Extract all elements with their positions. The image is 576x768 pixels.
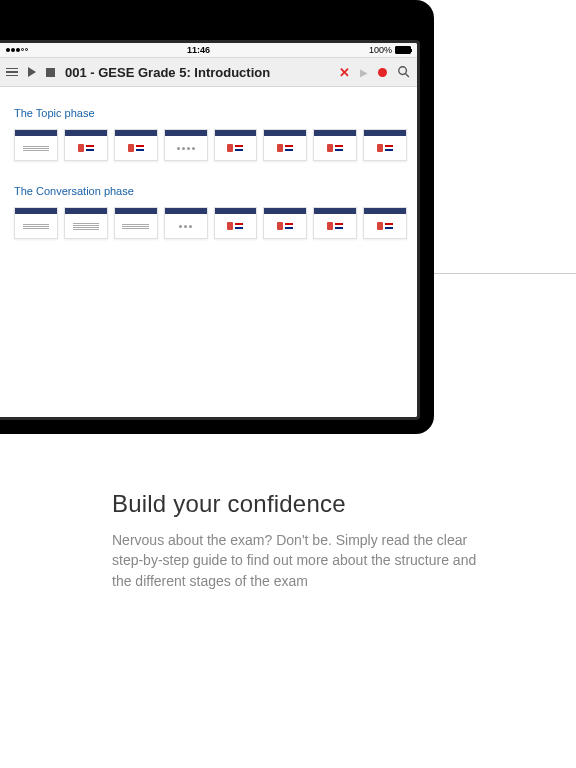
slide-thumbnail[interactable] <box>114 207 158 239</box>
svg-point-0 <box>399 67 407 75</box>
marketing-block: Build your confidence Nervous about the … <box>112 490 492 591</box>
menu-icon[interactable] <box>6 68 18 77</box>
play-small-icon[interactable]: ▶ <box>360 67 368 78</box>
tablet-frame: 11:46 100% 001 - GESE Grade 5: Introduct… <box>0 0 434 434</box>
battery-label: 100% <box>369 45 392 55</box>
slide-thumbnail[interactable] <box>363 129 407 161</box>
slide-thumbnail[interactable] <box>263 207 307 239</box>
thumb-row-topic <box>14 129 407 161</box>
content-area: The Topic phase The Conversation phase <box>0 87 417 417</box>
status-battery: 100% <box>369 45 411 55</box>
thumb-row-conversation <box>14 207 407 239</box>
svg-line-1 <box>405 73 409 77</box>
tablet-screen: 11:46 100% 001 - GESE Grade 5: Introduct… <box>0 43 417 417</box>
section-title-conversation: The Conversation phase <box>14 185 407 197</box>
slide-thumbnail[interactable] <box>64 207 108 239</box>
stop-button[interactable] <box>46 68 55 77</box>
slide-thumbnail[interactable] <box>114 129 158 161</box>
slide-thumbnail[interactable] <box>14 207 58 239</box>
slide-thumbnail[interactable] <box>214 207 258 239</box>
slide-thumbnail[interactable] <box>313 129 357 161</box>
record-button[interactable] <box>378 68 387 77</box>
toolbar: 001 - GESE Grade 5: Introduction ✕ ▶ <box>0 57 417 87</box>
close-icon[interactable]: ✕ <box>339 65 350 80</box>
slide-thumbnail[interactable] <box>363 207 407 239</box>
signal-dots-icon <box>6 48 28 52</box>
slide-thumbnail[interactable] <box>263 129 307 161</box>
slide-thumbnail[interactable] <box>214 129 258 161</box>
slide-thumbnail[interactable] <box>164 207 208 239</box>
slide-thumbnail[interactable] <box>64 129 108 161</box>
tablet-bezel: 11:46 100% 001 - GESE Grade 5: Introduct… <box>0 40 420 420</box>
slide-thumbnail[interactable] <box>313 207 357 239</box>
status-time: 11:46 <box>187 45 210 55</box>
section-title-topic: The Topic phase <box>14 107 407 119</box>
search-icon[interactable] <box>397 65 411 79</box>
marketing-body: Nervous about the exam? Don't be. Simply… <box>112 530 492 591</box>
status-signal <box>6 48 28 52</box>
slide-thumbnail[interactable] <box>164 129 208 161</box>
status-bar: 11:46 100% <box>0 43 417 57</box>
document-title: 001 - GESE Grade 5: Introduction <box>65 65 329 80</box>
battery-icon <box>395 46 411 54</box>
play-button[interactable] <box>28 67 36 77</box>
slide-thumbnail[interactable] <box>14 129 58 161</box>
marketing-heading: Build your confidence <box>112 490 492 518</box>
divider-line <box>434 273 576 274</box>
